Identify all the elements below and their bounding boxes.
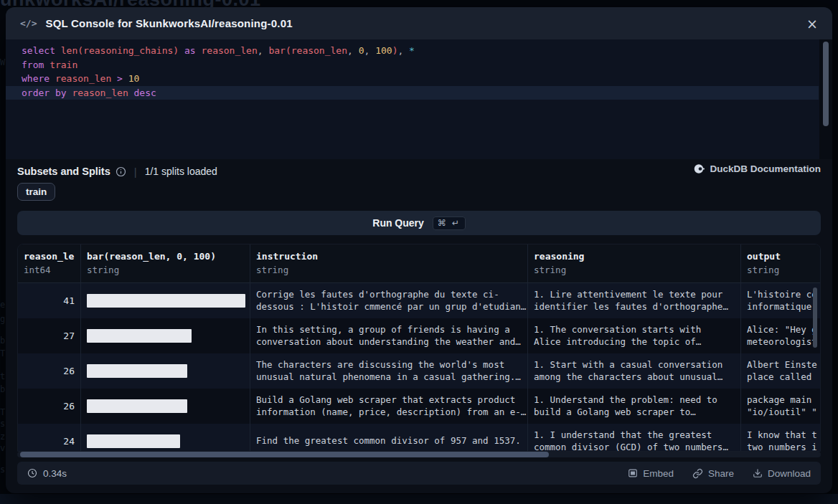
cell-line: two numbers i: [747, 442, 821, 452]
duckdb-documentation-link[interactable]: DuckDB Documentation: [694, 163, 821, 174]
cell-line: information (name, price, description) f…: [256, 406, 522, 419]
cell-line: informatique: [747, 301, 821, 313]
footer-actions: Embed Share: [628, 468, 811, 479]
cell-line: place called: [747, 371, 821, 384]
sql-code[interactable]: select len(reasoning_chains) as reason_l…: [6, 39, 832, 100]
subsets-label: Subsets and Splits: [17, 166, 110, 177]
download-button[interactable]: Download: [753, 468, 811, 479]
cell-line: build a Golang web scraper to…: [534, 406, 735, 419]
modal-title: SQL Console for SkunkworksAI/reasoning-0…: [45, 17, 292, 29]
sql-token: reason_len: [55, 73, 117, 84]
sql-token: reason_len: [72, 87, 133, 98]
code-icon: </>: [20, 18, 37, 29]
cell-line: meteorologist: [747, 336, 821, 348]
modal-titlebar: </> SQL Console for SkunkworksAI/reasoni…: [6, 7, 832, 39]
table-body: 41Corrige les fautes d'orthographe du te…: [18, 283, 820, 452]
cell-bar: [81, 318, 250, 353]
cell-line: The characters are discussing the world'…: [256, 359, 522, 371]
sql-code-line[interactable]: from train: [6, 58, 819, 72]
column-name: output: [747, 251, 821, 262]
cell-instruction: The characters are discussing the world'…: [250, 353, 528, 389]
column-type: string: [534, 265, 735, 275]
sql-token: len(reasoning_chains): [61, 45, 179, 56]
sql-token: 100: [375, 45, 392, 56]
sql-token: order: [22, 87, 55, 98]
cell-reasoning: 1. Understand the problem: need tobuild …: [528, 389, 741, 424]
cell-bar: [81, 389, 250, 424]
sql-code-line[interactable]: where reason_len > 10: [6, 72, 819, 86]
split-chips: train: [17, 183, 55, 201]
cell-output: package main "io/ioutil" ": [741, 389, 821, 424]
horizontal-scrollbar-track[interactable]: [17, 452, 821, 457]
duckdb-documentation-label: DuckDB Documentation: [710, 163, 821, 174]
column-header-reason-len: reason_lenint64: [18, 244, 81, 282]
cell-line: 1. Start with a casual conversation: [534, 359, 735, 371]
sql-token: ,: [347, 45, 359, 56]
embed-button[interactable]: Embed: [628, 468, 674, 479]
page-backdrop: SkunkworksAI/reasoning-0.01 WegbThthabaT…: [0, 0, 838, 504]
cell-reasoning: 1. Lire attentivement le texte pourident…: [528, 283, 741, 318]
cell-line: "io/ioutil" ": [747, 406, 821, 419]
cell-output: L'histoire coinformatique: [741, 283, 821, 318]
background-fragment: e: [0, 300, 5, 310]
sql-code-line[interactable]: order by reason_len desc: [6, 86, 819, 100]
table-scrollbar-thumb[interactable]: [813, 287, 817, 348]
table-row[interactable]: 26Build a Golang web scraper that extrac…: [18, 389, 820, 424]
table-row[interactable]: 27In this setting, a group of friends is…: [18, 318, 820, 353]
bar-glyph: [87, 364, 187, 378]
cell-line: dessous : L'histoir cmmencé par un grup …: [256, 301, 522, 313]
column-type: int64: [24, 265, 75, 275]
bar-glyph: [87, 329, 192, 343]
cell-reason-len: 27: [18, 318, 81, 353]
cell-reasoning: 1. Start with a casual conversationamong…: [528, 353, 741, 389]
sql-editor[interactable]: select len(reasoning_chains) as reason_l…: [6, 39, 832, 159]
sql-code-line[interactable]: select len(reasoning_chains) as reason_l…: [6, 44, 819, 58]
cell-line: In this setting, a group of friends is h…: [256, 324, 522, 336]
splits-loaded-status: 1/1 splits loaded: [145, 166, 217, 177]
query-duration: 0.34s: [27, 468, 67, 479]
cell-reason-len: 24: [18, 424, 81, 452]
table-row[interactable]: 41Corrige les fautes d'orthographe du te…: [18, 283, 820, 318]
sql-token: ,: [258, 45, 269, 56]
background-fragment: v: [0, 443, 5, 453]
sql-console-modal: </> SQL Console for SkunkworksAI/reasoni…: [6, 7, 832, 493]
sql-token: select: [22, 45, 61, 56]
cell-line: 1. Understand the problem: need to: [534, 394, 735, 406]
close-button[interactable]: ×: [804, 15, 821, 32]
info-icon[interactable]: [116, 166, 126, 177]
cell-line: conversation about understanding the wea…: [256, 336, 522, 348]
bar-glyph: [87, 294, 245, 308]
cell-line: unusual natural phenomena in a casual ga…: [256, 371, 522, 384]
divider: |: [134, 166, 137, 178]
run-query-button[interactable]: Run Query ⌘ ↵: [17, 211, 821, 235]
cell-line: common divisor (GCD) of two numbers…: [534, 442, 735, 452]
sql-token: from: [22, 60, 50, 70]
split-chip-train[interactable]: train: [17, 183, 55, 201]
cell-line: Find the greatest common divisor of 957 …: [256, 435, 522, 447]
sql-token: reason_len: [201, 45, 257, 56]
horizontal-scrollbar-thumb[interactable]: [20, 452, 549, 457]
share-button[interactable]: Share: [692, 468, 734, 479]
sql-token: >: [117, 73, 128, 84]
embed-label: Embed: [643, 468, 674, 479]
cell-line: 1. The conversation starts with: [534, 324, 735, 336]
table-row[interactable]: 26The characters are discussing the worl…: [18, 353, 820, 389]
editor-scrollbar-thumb[interactable]: [823, 42, 829, 126]
column-type: string: [87, 265, 244, 275]
cell-reason-len: 41: [18, 283, 81, 318]
background-fragment: g: [0, 314, 5, 324]
cell-line: Alice introducing the topic of…: [534, 336, 735, 348]
cell-line: Albert Einste: [747, 359, 821, 371]
table-row[interactable]: 24Find the greatest common divisor of 95…: [18, 424, 820, 452]
cell-reasoning: 1. I understand that the greatestcommon …: [528, 424, 741, 452]
background-fragment: s: [0, 419, 5, 429]
sql-token: 10: [128, 73, 140, 84]
cell-bar: [81, 424, 250, 452]
results-footer: 0.34s Embed: [17, 462, 821, 485]
cell-line: 1. Lire attentivement le texte pour: [534, 289, 735, 301]
editor-scrollbar-track[interactable]: [819, 39, 832, 159]
cell-output: Albert Einsteplace called: [741, 353, 821, 389]
column-type: string: [747, 265, 821, 275]
column-header-instruction: instructionstring: [250, 244, 528, 282]
download-icon: [753, 468, 763, 478]
